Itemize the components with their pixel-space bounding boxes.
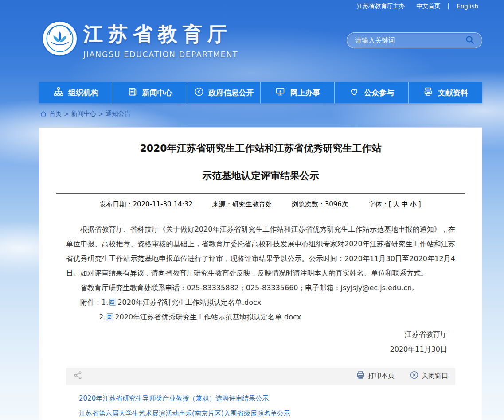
print-label: 打印本页 <box>368 372 395 380</box>
attachment-row: 附件： 1. W 2020年江苏省研究生工作站拟认定名单.docx <box>66 295 455 310</box>
site-title-en: JIANGSU EDUCATION DEPARTMENT <box>83 50 238 59</box>
article-card: 2020年江苏省研究生工作站和江苏省优秀研究生工作站 示范基地认定评审结果公示 … <box>39 127 482 420</box>
nav-label: 公众参与 <box>364 88 394 98</box>
breadcrumb: 首页 > 新闻中心 > 通知公告 <box>40 110 130 118</box>
attachment-row: 2. W 2020年江苏省优秀研究生工作站示范基地拟认定名单.docx <box>66 310 455 324</box>
article-title-line1: 2020年江苏省研究生工作站和江苏省优秀研究生工作站 <box>39 143 482 154</box>
search-box <box>347 32 482 48</box>
disclosure-icon <box>194 86 204 99</box>
attachments-label: 附件： <box>80 295 102 310</box>
close-label: 关闭窗口 <box>422 372 448 380</box>
site-banner: 江苏省教育厅 JIANGSU EDUCATION DEPARTMENT <box>39 18 482 66</box>
close-circle-icon <box>410 370 419 381</box>
share-button[interactable] <box>73 370 83 382</box>
chinese-home-link[interactable]: 中文首页 <box>416 2 440 10</box>
online-service-icon <box>275 86 285 99</box>
view-count: 浏览次数：3096次 <box>292 200 348 209</box>
attachment-link[interactable]: 2020年江苏省优秀研究生工作站示范基地拟认定名单.docx <box>115 310 301 324</box>
top-utility-bar: 江苏省教育厅主办 中文首页 English <box>0 0 504 12</box>
article-title-line2: 示范基地认定评审结果公示 <box>39 170 482 182</box>
nav-label: 文献资料 <box>438 88 468 98</box>
breadcrumb-home[interactable]: 首页 <box>49 110 62 118</box>
svg-text:W: W <box>110 301 114 304</box>
attachment-number: 2. <box>99 310 105 324</box>
main-nav: 组织机构 新闻中心 政府信息公开 网上办事 <box>39 82 482 103</box>
attachment-number: 1. <box>102 295 108 310</box>
breadcrumb-separator: > <box>64 110 69 117</box>
font-size-control: 字体：[大中小] <box>368 200 422 209</box>
site-title-block: 江苏省教育厅 JIANGSU EDUCATION DEPARTMENT <box>83 21 238 59</box>
topbar-divider <box>448 3 449 9</box>
breadcrumb-notices[interactable]: 通知公告 <box>105 110 130 118</box>
news-icon <box>127 86 138 99</box>
archive-icon <box>423 86 434 99</box>
related-link[interactable]: 江苏省第六届大学生艺术展演活动声乐(南京片区)入围省级展演名单公示 <box>79 406 455 420</box>
signature-date: 2020年11月30日 <box>39 342 447 357</box>
word-doc-icon: W <box>107 313 113 320</box>
article-meta: 发布日期：2020-11-30 14:32 来源：研究生教育处 浏览次数：309… <box>39 200 482 209</box>
attachment-link[interactable]: 2020年江苏省研究生工作站拟认定名单.docx <box>117 295 261 310</box>
word-doc-icon: W <box>109 299 116 306</box>
svg-text:W: W <box>108 315 111 319</box>
print-page-button[interactable]: 打印本页 <box>356 370 395 381</box>
nav-item-gov-info[interactable]: 政府信息公开 <box>187 82 261 103</box>
nav-item-news[interactable]: 新闻中心 <box>113 82 187 103</box>
close-window-button[interactable]: 关闭窗口 <box>410 370 448 381</box>
search-button[interactable] <box>463 34 477 47</box>
signature-block: 江苏省教育厅 2020年11月30日 <box>39 324 482 357</box>
font-size-suffix: ] <box>418 200 421 208</box>
site-title-cn: 江苏省教育厅 <box>83 21 238 47</box>
breadcrumb-separator: > <box>98 110 104 117</box>
heart-icon <box>349 86 359 99</box>
search-input[interactable] <box>355 36 463 44</box>
nav-item-public-participation[interactable]: 公众参与 <box>335 82 409 103</box>
font-size-label: 字体：[ <box>369 200 391 208</box>
host-link[interactable]: 江苏省教育厅主办 <box>357 2 405 10</box>
contact-info: 省教育厅研究生教育处联系电话：025-83335882；025-83335660… <box>66 280 455 295</box>
nav-label: 网上办事 <box>290 88 320 98</box>
nav-item-documents[interactable]: 文献资料 <box>409 82 482 103</box>
nav-label: 组织机构 <box>68 88 98 98</box>
source: 来源：研究生教育处 <box>212 200 272 209</box>
breadcrumb-news-center[interactable]: 新闻中心 <box>71 110 96 118</box>
publish-date: 发布日期：2020-11-30 14:32 <box>99 200 192 209</box>
search-icon <box>465 35 475 47</box>
department-logo-icon <box>42 20 78 57</box>
article-body: 根据省教育厅、省科技厅《关于做好2020年江苏省研究生工作站和江苏省优秀研究生工… <box>39 222 482 324</box>
article-paragraph: 根据省教育厅、省科技厅《关于做好2020年江苏省研究生工作站和江苏省优秀研究生工… <box>66 222 455 280</box>
printer-icon <box>356 370 365 381</box>
font-size-medium[interactable]: 中 <box>402 200 408 208</box>
home-icon <box>40 110 47 117</box>
article-toolbar: 打印本页 关闭窗口 <box>66 368 455 385</box>
english-link[interactable]: English <box>457 3 478 10</box>
title-divider <box>56 193 465 194</box>
nav-item-organization[interactable]: 组织机构 <box>39 82 113 103</box>
signature-org: 江苏省教育厅 <box>39 327 447 342</box>
related-links: 2020年江苏省研究生导师类产业教授（兼职）选聘评审结果公示 江苏省第六届大学生… <box>66 391 455 420</box>
font-size-large[interactable]: 大 <box>393 200 400 208</box>
nav-label: 政府信息公开 <box>209 88 254 98</box>
related-link[interactable]: 2020年江苏省研究生导师类产业教授（兼职）选聘评审结果公示 <box>79 391 455 406</box>
nav-label: 新闻中心 <box>142 88 172 98</box>
share-icon <box>73 370 83 382</box>
nav-item-online-service[interactable]: 网上办事 <box>261 82 335 103</box>
org-chart-icon <box>53 86 64 99</box>
font-size-small[interactable]: 小 <box>410 200 417 208</box>
